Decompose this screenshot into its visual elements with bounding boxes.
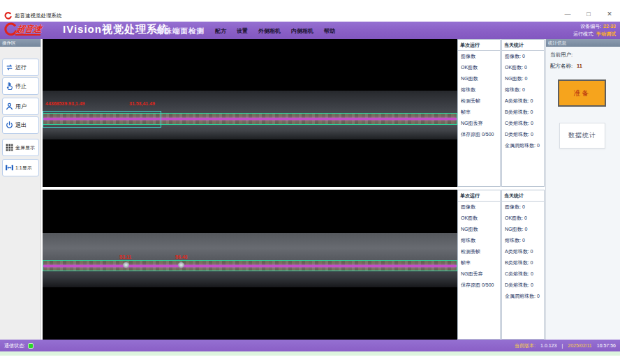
exit-button[interactable]: 退出 bbox=[2, 116, 39, 134]
power-icon bbox=[5, 121, 14, 130]
camera2-bead-strip bbox=[43, 260, 457, 271]
stat-row: NG图丢弃 bbox=[458, 118, 500, 129]
stat-row: 帧率 bbox=[458, 257, 500, 268]
maximize-button[interactable]: □ bbox=[584, 10, 593, 17]
comm-status-label: 通信状态: bbox=[4, 342, 25, 349]
device-info: 设备编号:22-33 运行模式:手动调试 bbox=[573, 23, 616, 38]
stat-row: NG图数: 0 bbox=[502, 224, 544, 235]
recipe-name-label: 配方名称: bbox=[550, 63, 573, 69]
stat-row: 熔珠数 bbox=[458, 235, 500, 246]
window-bottom-edge bbox=[0, 351, 620, 356]
stat-row: D类熔珠数: 0 bbox=[502, 280, 544, 291]
stats-group-bottom: 单次运行 图像数 OK图数 NG图数 熔珠数 检测丢帧 帧率 NG图丢弃 保存原… bbox=[457, 190, 545, 340]
stat-row: 保存原图 0/500 bbox=[458, 280, 500, 291]
stat-row: 保存原图 0/500 bbox=[458, 129, 500, 140]
app-logo-icon bbox=[4, 12, 12, 20]
stat-row: OK图数: 0 bbox=[502, 213, 544, 224]
status-date: 2025/02/11 bbox=[568, 343, 592, 348]
info-panel-title: 统计信息 bbox=[546, 39, 620, 47]
stat-row: C类熔珠数: 0 bbox=[502, 268, 544, 280]
app-window: 超音速视觉处理系统 — □ ✕ 超音速 IVision视觉处理系统 熔珠端面检测… bbox=[0, 10, 620, 356]
data-statistics-button[interactable]: 数据统计 bbox=[559, 123, 605, 149]
camera2-defect-spot-2 bbox=[178, 262, 184, 268]
version-value: 1.0.123 bbox=[540, 343, 556, 348]
app-title: IVision视觉处理系统 bbox=[63, 23, 169, 36]
stop-button[interactable]: 停止 bbox=[2, 77, 39, 95]
device-number-value: 22-33 bbox=[603, 24, 616, 29]
main-area: 操作区 运行 停止 用户 bbox=[0, 39, 620, 340]
camera2-centerline-overlay bbox=[43, 265, 457, 267]
run-mode-label: 运行模式: bbox=[573, 31, 594, 36]
user-button-label: 用户 bbox=[15, 103, 27, 110]
menu-item-recipe[interactable]: 配方 bbox=[215, 27, 226, 35]
menu-item-help[interactable]: 帮助 bbox=[324, 27, 335, 35]
stat-row: 图像数: 0 bbox=[502, 51, 544, 62]
fullscreen-button[interactable]: 全屏显示 bbox=[2, 139, 39, 156]
today-stats-title: 当天统计 bbox=[502, 190, 544, 202]
minimize-button[interactable]: — bbox=[563, 10, 573, 17]
stat-row: 熔珠数: 0 bbox=[502, 235, 544, 246]
single-run-panel-bottom: 单次运行 图像数 OK图数 NG图数 熔珠数 检测丢帧 帧率 NG图丢弃 保存原… bbox=[457, 190, 501, 340]
menu-item-settings[interactable]: 设置 bbox=[237, 27, 248, 35]
camera2-defect-spot-1 bbox=[123, 262, 129, 268]
stat-row: 熔珠数 bbox=[458, 84, 500, 96]
run-button-label: 运行 bbox=[15, 63, 27, 71]
stat-row: A类熔珠数: 0 bbox=[502, 246, 544, 257]
one-to-one-icon bbox=[5, 163, 14, 172]
stat-row: A类熔珠数: 0 bbox=[502, 96, 544, 107]
today-stats-title: 当天统计 bbox=[502, 40, 544, 51]
stat-row: 熔珠数: 0 bbox=[502, 84, 544, 96]
operation-sidebar: 操作区 运行 停止 用户 bbox=[0, 39, 41, 340]
menu-bar: 配方 设置 外侧相机 内侧相机 帮助 bbox=[215, 27, 335, 35]
stat-row: 图像数: 0 bbox=[502, 202, 544, 213]
close-button[interactable]: ✕ bbox=[605, 10, 614, 17]
ready-button[interactable]: 准备 bbox=[558, 79, 606, 107]
stat-row: 金属屑熔珠数: 0 bbox=[502, 291, 544, 302]
stat-row: OK图数: 0 bbox=[502, 62, 544, 73]
status-time: 16:57:56 bbox=[597, 343, 616, 348]
stat-row: OK图数 bbox=[458, 213, 500, 224]
exit-button-label: 退出 bbox=[15, 121, 27, 129]
camera-viewport-top[interactable]: 44368539.93,1.49 31.53,41.49 bbox=[43, 39, 457, 187]
camera-viewport-bottom[interactable]: 53.11 56.43 bbox=[43, 190, 457, 340]
stat-row: 检测丢帧 bbox=[458, 96, 500, 107]
app-header: 超音速 IVision视觉处理系统 熔珠端面检测 配方 设置 外侧相机 内侧相机… bbox=[0, 22, 620, 39]
recipe-name-value: 11 bbox=[577, 63, 582, 69]
single-run-title: 单次运行 bbox=[458, 190, 500, 202]
user-icon bbox=[5, 102, 14, 111]
hand-stop-icon bbox=[5, 82, 14, 91]
fullscreen-grid-icon bbox=[5, 143, 14, 152]
today-stats-panel-bottom: 当天统计 图像数: 0 OK图数: 0 NG图数: 0 熔珠数: 0 A类熔珠数… bbox=[501, 190, 545, 340]
stat-row: NG图数 bbox=[458, 224, 500, 235]
run-button[interactable]: 运行 bbox=[2, 59, 39, 76]
title-bar: 超音速视觉处理系统 — □ ✕ bbox=[0, 10, 620, 22]
stat-row: NG图数: 0 bbox=[502, 73, 544, 84]
menu-item-outer-camera[interactable]: 外侧相机 bbox=[258, 27, 281, 35]
statistics-area: 单次运行 图像数 OK图数 NG图数 熔珠数 检测丢帧 帧率 NG图丢弃 保存原… bbox=[457, 39, 545, 340]
window-title: 超音速视觉处理系统 bbox=[15, 13, 62, 20]
status-separator: | bbox=[561, 343, 563, 348]
stat-row: B类熔珠数: 0 bbox=[502, 257, 544, 268]
app-subtitle: 熔珠端面检测 bbox=[156, 26, 205, 36]
one-to-one-button[interactable]: 1:1显示 bbox=[2, 159, 39, 176]
stat-row: D类熔珠数: 0 bbox=[502, 129, 544, 140]
camera1-roi-box bbox=[43, 111, 161, 128]
stop-button-label: 停止 bbox=[15, 82, 27, 90]
camera1-measurement-2: 31.53,41.49 bbox=[129, 101, 155, 106]
single-run-title: 单次运行 bbox=[458, 40, 500, 51]
brand-text: 超音速 bbox=[15, 24, 42, 36]
version-label: 当前版本: bbox=[515, 342, 536, 349]
stat-row: 金属屑熔珠数: 0 bbox=[502, 140, 544, 151]
brand-logo: 超音速 bbox=[3, 22, 41, 36]
stat-row: OK图数 bbox=[458, 62, 500, 73]
status-bar: 通信状态: 当前版本: 1.0.123 | 2025/02/11 16:57:5… bbox=[0, 340, 620, 351]
stat-row: NG图数 bbox=[458, 73, 500, 84]
today-stats-panel-top: 当天统计 图像数: 0 OK图数: 0 NG图数: 0 熔珠数: 0 A类熔珠数… bbox=[501, 39, 545, 187]
run-mode-value: 手动调试 bbox=[596, 31, 616, 36]
one-to-one-button-label: 1:1显示 bbox=[15, 165, 32, 172]
menu-item-inner-camera[interactable]: 内侧相机 bbox=[291, 27, 313, 35]
sidebar-title: 操作区 bbox=[0, 39, 40, 47]
stat-row: 图像数 bbox=[458, 51, 500, 62]
user-button[interactable]: 用户 bbox=[2, 98, 39, 115]
info-panel: 统计信息 当前用户: 配方名称:11 准备 数据统计 bbox=[545, 39, 620, 340]
